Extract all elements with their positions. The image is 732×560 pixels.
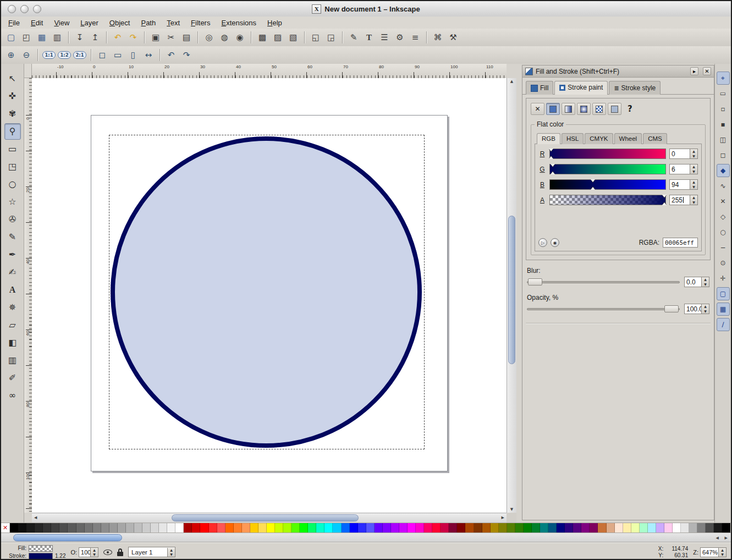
palette-swatch[interactable] — [68, 523, 76, 532]
text-tool[interactable]: A — [4, 282, 21, 298]
xml-editor-button[interactable]: ⚙ — [392, 30, 408, 45]
zoom-to-drawing-button[interactable]: ◍ — [217, 30, 232, 45]
ungroup-objects-button[interactable]: ◲ — [323, 30, 339, 45]
palette-swatch[interactable] — [416, 523, 424, 532]
horizontal-scroll-thumb[interactable] — [172, 514, 359, 521]
fill-swatch[interactable] — [29, 545, 53, 552]
palette-swatch[interactable] — [350, 523, 358, 532]
spin-down-icon[interactable]: ▼ — [91, 552, 98, 557]
fill-stroke-dialog-button[interactable]: ✎ — [346, 30, 361, 45]
palette-swatch[interactable] — [324, 523, 333, 532]
snap-bbox-corners-button[interactable]: ▪ — [717, 118, 730, 131]
dropper-tool[interactable]: ✐ — [4, 370, 21, 386]
color-managed-button[interactable]: ◉ — [551, 238, 559, 247]
create-clone-button[interactable]: ▨ — [270, 30, 285, 45]
palette-swatch[interactable] — [441, 523, 449, 532]
selector-tool[interactable]: ↖ — [4, 70, 21, 87]
canvas[interactable] — [32, 78, 507, 513]
spin-up-icon[interactable]: ▲ — [690, 180, 697, 185]
spin-up-icon[interactable]: ▲ — [702, 277, 709, 282]
vertical-scroll-thumb[interactable] — [508, 216, 515, 364]
palette-swatch[interactable] — [10, 523, 18, 532]
snap-smooth-nodes-button[interactable]: ○ — [717, 226, 730, 239]
palette-swatch[interactable] — [258, 523, 267, 532]
snap-nodes-button[interactable]: ◆ — [717, 164, 730, 177]
palette-swatch[interactable] — [151, 523, 159, 532]
snap-page-border-button[interactable]: ▢ — [717, 287, 730, 300]
paste-button[interactable]: ▤ — [179, 30, 194, 45]
palette-swatch[interactable] — [59, 523, 68, 532]
palette-swatch[interactable] — [664, 523, 673, 532]
zoom-1-2-button[interactable]: 1:2 — [57, 48, 72, 62]
palette-swatch[interactable] — [51, 523, 59, 532]
spin-down-icon[interactable]: ▼ — [702, 309, 709, 314]
palette-swatch[interactable] — [217, 523, 225, 532]
menu-object[interactable]: Object — [104, 18, 135, 28]
spin-up-icon[interactable]: ▲ — [91, 548, 98, 552]
copy-button[interactable]: ▣ — [148, 30, 163, 45]
palette-swatch[interactable] — [134, 523, 142, 532]
palette-swatch[interactable] — [300, 523, 308, 532]
palette-swatch[interactable] — [656, 523, 664, 532]
snap-rotation-centers-button[interactable]: ✛ — [717, 272, 730, 285]
palette-swatch[interactable] — [366, 523, 375, 532]
tab-cmyk[interactable]: CMYK — [585, 133, 613, 144]
palette-swatch[interactable] — [648, 523, 656, 532]
menu-filters[interactable]: Filters — [186, 18, 215, 28]
spray-tool[interactable]: ✵ — [4, 299, 21, 316]
palette-swatch[interactable] — [491, 523, 499, 532]
palette-swatch[interactable] — [399, 523, 408, 532]
spin-down-icon[interactable]: ▼ — [690, 185, 697, 190]
connector-tool[interactable]: ∞ — [4, 387, 21, 404]
spin-up-icon[interactable]: ▲ — [690, 149, 697, 154]
box-3d-tool[interactable]: ◳ — [4, 158, 21, 175]
palette-swatch[interactable] — [615, 523, 623, 532]
calligraphy-tool[interactable]: ✍ — [4, 264, 21, 281]
opacity-spinbox[interactable]: 100.0 ▲ ▼ — [684, 304, 709, 314]
blur-slider-thumb[interactable] — [528, 278, 542, 286]
scroll-down-icon[interactable]: ▼ — [507, 507, 516, 512]
menu-view[interactable]: View — [49, 18, 74, 28]
palette-swatch[interactable] — [706, 523, 714, 532]
palette-swatch[interactable] — [581, 523, 590, 532]
save-document-button[interactable]: ▦ — [34, 30, 49, 45]
palette-swatch[interactable] — [358, 523, 366, 532]
preferences-button[interactable]: ⚒ — [445, 30, 461, 45]
palette-swatch[interactable] — [457, 523, 465, 532]
tab-wheel[interactable]: Wheel — [614, 133, 642, 144]
palette-swatch[interactable] — [118, 523, 126, 532]
snap-path-intersections-button[interactable]: ✕ — [717, 195, 730, 208]
star-tool[interactable]: ☆ — [4, 194, 21, 210]
zoom-selection-button[interactable]: ◻ — [95, 48, 110, 62]
spin-down-icon[interactable]: ▼ — [690, 169, 697, 174]
palette-scrollbar[interactable]: ◀ ▶ — [1, 532, 731, 542]
eraser-tool[interactable]: ▱ — [4, 317, 21, 333]
palette-swatch[interactable] — [573, 523, 581, 532]
snap-bbox-centers-button[interactable]: ◻ — [717, 149, 730, 162]
dialog-close-button[interactable]: ✕ — [703, 67, 711, 75]
horizontal-ruler[interactable]: -100102030405060708090100110 — [32, 64, 507, 79]
palette-swatch[interactable] — [167, 523, 175, 532]
paint-unknown-button[interactable]: ? — [628, 104, 632, 114]
palette-swatch[interactable] — [291, 523, 300, 532]
close-window-button[interactable] — [8, 5, 16, 13]
redo-button[interactable]: ↷ — [125, 30, 141, 45]
spin-up-icon[interactable]: ▲ — [690, 195, 697, 200]
minimize-window-button[interactable] — [20, 5, 29, 13]
text-dialog-button[interactable]: T — [361, 30, 377, 45]
palette-swatch[interactable] — [631, 523, 640, 532]
zoom-page-button[interactable]: ▯ — [125, 48, 141, 62]
palette-swatch[interactable] — [540, 523, 548, 532]
undo-button[interactable]: ↶ — [110, 30, 125, 45]
spiral-tool[interactable]: ✇ — [4, 211, 21, 228]
duplicate-button[interactable]: ▩ — [255, 30, 270, 45]
palette-swatch[interactable] — [565, 523, 573, 532]
canvas-horizontal-scrollbar[interactable]: ◀ ▶ — [32, 513, 507, 523]
gradient-tool[interactable]: ▥ — [4, 352, 21, 369]
palette-swatch[interactable] — [598, 523, 606, 532]
snap-grid-button[interactable]: ▦ — [717, 303, 730, 316]
palette-swatch[interactable] — [697, 523, 706, 532]
spin-down-icon[interactable]: ▼ — [702, 282, 709, 287]
menu-text[interactable]: Text — [162, 18, 185, 28]
paint-bucket-tool[interactable]: ◧ — [4, 334, 21, 351]
